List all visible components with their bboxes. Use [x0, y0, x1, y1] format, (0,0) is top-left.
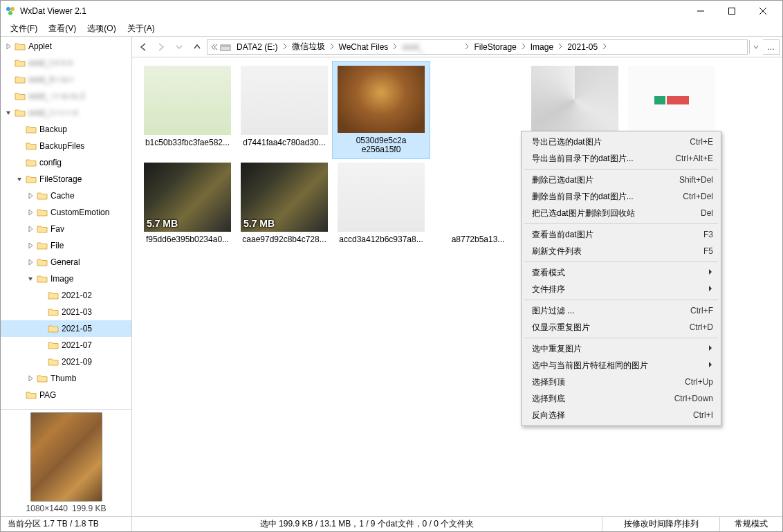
thumbnail-item[interactable]: b1c50b33fbc3fae582...: [139, 62, 236, 158]
chevron-right-icon[interactable]: [600, 42, 609, 52]
thumbnail-item[interactable]: 0530d9e5c2ae256a15f0: [333, 62, 430, 158]
folder-icon: [37, 224, 48, 234]
status-disk: 当前分区 1.7 TB / 1.8 TB: [1, 517, 132, 531]
menu-view[interactable]: 查看(V): [43, 21, 82, 36]
context-menu-accel: Shift+Del: [679, 175, 713, 185]
tree-row[interactable]: Applet: [1, 38, 131, 55]
tree-row[interactable]: 2021-09: [1, 354, 131, 370]
tree-label: wxid_t ri ri ri: [28, 58, 131, 68]
breadcrumb-segment[interactable]: 2021-05: [564, 40, 600, 54]
tree-expand-toggle[interactable]: [26, 274, 35, 284]
nav-back-button[interactable]: [135, 39, 151, 55]
thumbnail-filename: caae97d92c8b4c728...: [241, 235, 328, 244]
thumbnail-item[interactable]: 5.7 MBcaae97d92c8b4c728...: [236, 158, 333, 255]
folder-icon: [15, 108, 26, 118]
nav-history-button[interactable]: [171, 39, 187, 55]
thumbnail-item[interactable]: 5.7 MBf95dd6e395b0234a0...: [139, 158, 236, 255]
folder-tree[interactable]: Appletwxid_t ri ri riwxid_lt r ru rwxid_…: [1, 37, 131, 409]
thumbnail-item[interactable]: a8772b5a13...: [430, 158, 526, 255]
breadcrumb[interactable]: DATA2 (E:)微信垃圾WeChat Fileswxid_ FileStor…: [207, 39, 748, 55]
tree-expand-toggle[interactable]: [3, 42, 13, 51]
breadcrumb-segment[interactable]: FileStorage: [471, 40, 519, 54]
context-menu-item[interactable]: 导出当前目录下的dat图片...Ctrl+Alt+E: [524, 150, 719, 167]
chevron-right-icon[interactable]: [463, 42, 471, 52]
context-menu-item[interactable]: 把已选dat图片删除到回收站Del: [524, 205, 719, 221]
tree-expand-toggle[interactable]: [26, 208, 35, 217]
tree-label: File: [50, 241, 131, 250]
tree-row[interactable]: Image: [1, 270, 131, 287]
tree-row[interactable]: CustomEmotion: [1, 204, 131, 221]
menu-about[interactable]: 关于(A): [122, 21, 160, 36]
breadcrumb-segment[interactable]: wxid_: [399, 40, 463, 54]
context-menu-item[interactable]: 删除当前目录下的dat图片...Ctrl+Del: [524, 188, 719, 205]
tree-row[interactable]: config: [1, 154, 131, 171]
tree-row[interactable]: BackupFiles: [1, 138, 131, 154]
nav-up-button[interactable]: [189, 39, 205, 55]
chevron-right-icon[interactable]: [328, 42, 336, 52]
tree-label: wxid_lt r ru r: [28, 75, 131, 84]
context-menu-item[interactable]: 刷新文件列表F5: [524, 243, 719, 259]
context-menu-item[interactable]: 查看模式: [524, 264, 719, 281]
context-menu-item[interactable]: 反向选择Ctrl+I: [524, 407, 719, 423]
chevron-right-icon[interactable]: [556, 42, 564, 52]
context-menu-item[interactable]: 图片过滤 ...Ctrl+F: [524, 302, 719, 319]
chevron-right-icon[interactable]: [391, 42, 399, 52]
tree-row[interactable]: wxid_t ri ri ri: [1, 55, 131, 71]
context-menu-item[interactable]: 删除已选dat图片Shift+Del: [524, 172, 719, 188]
tree-row[interactable]: Fav: [1, 221, 131, 237]
context-menu-accel: Ctrl+Alt+E: [675, 154, 713, 163]
tree-row[interactable]: 2021-03: [1, 304, 131, 320]
thumbnail-item[interactable]: accd3a412b6c937a8...: [333, 158, 430, 255]
tree-row[interactable]: File: [1, 237, 131, 254]
tree-row[interactable]: General: [1, 254, 131, 270]
chevron-right-icon[interactable]: [281, 42, 289, 52]
tree-row[interactable]: wxid_lt r ru r: [1, 71, 131, 88]
thumbnail-item[interactable]: d7441faa4c780ad30...: [236, 62, 333, 158]
tree-expand-toggle[interactable]: [26, 224, 35, 234]
nav-forward-button[interactable]: [153, 39, 169, 55]
tree-expand-toggle[interactable]: [26, 257, 35, 267]
tree-row[interactable]: wxid_ i r ru ru 2: [1, 88, 131, 104]
context-menu-item[interactable]: 仅显示重复图片Ctrl+D: [524, 319, 719, 336]
tree-row[interactable]: PAG: [1, 387, 131, 403]
tree-row[interactable]: Cache: [1, 187, 131, 204]
svg-point-2: [8, 11, 12, 15]
arrow-up-icon: [192, 42, 202, 52]
tree-expand-toggle[interactable]: [15, 174, 24, 184]
context-menu-item[interactable]: 选中重复图片: [524, 340, 719, 357]
window-maximize-button[interactable]: [716, 1, 747, 21]
breadcrumb-dropdown[interactable]: [749, 40, 762, 54]
window-minimize-button[interactable]: [685, 1, 716, 21]
tree-row[interactable]: 2021-05: [1, 320, 131, 337]
tree-row[interactable]: wxid_l r i r r ri: [1, 104, 131, 121]
tree-expand-toggle[interactable]: [26, 374, 35, 383]
breadcrumb-overflow[interactable]: [209, 40, 219, 54]
breadcrumb-segment[interactable]: DATA2 (E:): [234, 40, 281, 54]
tree-expand-toggle[interactable]: [3, 108, 13, 118]
breadcrumb-segment[interactable]: Image: [528, 40, 556, 54]
tree-row[interactable]: Backup: [1, 121, 131, 138]
chevron-right-icon[interactable]: [519, 42, 528, 52]
thumbnails-area[interactable]: b1c50b33fbc3fae582...d7441faa4c780ad30..…: [132, 57, 782, 516]
nav-more-button[interactable]: ...: [763, 39, 780, 55]
context-menu-item[interactable]: 导出已选的dat图片Ctrl+E: [524, 134, 719, 150]
window-close-button[interactable]: [747, 1, 778, 21]
tree-expand-toggle[interactable]: [26, 191, 35, 201]
minimize-icon: [697, 8, 704, 15]
context-menu-item[interactable]: 选择到底Ctrl+Down: [524, 390, 719, 407]
tree-expand-toggle[interactable]: [26, 241, 35, 250]
tree-row[interactable]: 2021-07: [1, 337, 131, 354]
tree-row[interactable]: 2021-02: [1, 287, 131, 304]
size-badge: 5.7 MB: [243, 218, 275, 229]
menu-options[interactable]: 选项(O): [82, 21, 121, 36]
breadcrumb-segment[interactable]: WeChat Files: [336, 40, 392, 54]
context-menu-item[interactable]: 选择到顶Ctrl+Up: [524, 374, 719, 390]
tree-row[interactable]: Thumb: [1, 370, 131, 387]
menu-file[interactable]: 文件(F): [5, 21, 43, 36]
context-menu-item[interactable]: 查看当前dat图片F3: [524, 226, 719, 243]
breadcrumb-segment[interactable]: 微信垃圾: [289, 40, 328, 54]
context-menu-item[interactable]: 文件排序: [524, 281, 719, 297]
context-menu-item[interactable]: 选中与当前图片特征相同的图片: [524, 357, 719, 374]
tree-row[interactable]: FileStorage: [1, 171, 131, 187]
app-icon: [5, 6, 16, 17]
